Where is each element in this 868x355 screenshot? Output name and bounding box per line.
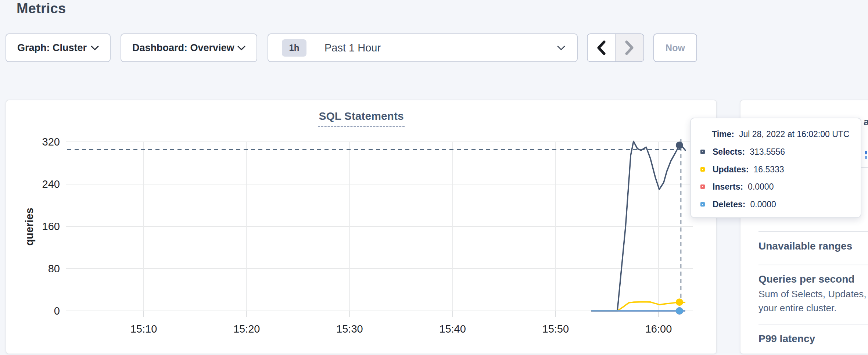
chevron-right-icon xyxy=(625,40,634,55)
chevron-down-icon xyxy=(237,46,245,50)
x-tick-label: 16:00 xyxy=(645,323,672,335)
dashboard-dropdown-label: Dashboard: Overview xyxy=(132,42,234,54)
x-tick-label: 15:10 xyxy=(130,323,157,335)
tooltip-row-label: Deletes: xyxy=(713,200,745,209)
deletes-swatch-icon xyxy=(700,202,705,207)
clipped-blue-text-fragment xyxy=(865,156,867,159)
y-tick-label: 240 xyxy=(42,178,60,190)
tooltip-row-label: Updates: xyxy=(713,165,749,175)
clipped-sidebar-text-fragment: a xyxy=(864,116,868,128)
tooltip-row-updates: Updates: 16.5333 xyxy=(691,164,861,175)
series-line-updates xyxy=(592,302,685,311)
x-tick-label: 15:50 xyxy=(542,323,569,335)
clipped-divider-fragment xyxy=(861,167,868,168)
sidebar-item-qps-description-line2: your entire cluster. xyxy=(758,302,836,314)
tooltip-time-value: Jul 28, 2022 at 16:02:00 UTC xyxy=(739,129,849,139)
tooltip-row-value: 313.5556 xyxy=(750,147,785,157)
graph-dropdown-label: Graph: Cluster xyxy=(17,42,87,54)
hover-dot-selects xyxy=(676,141,683,149)
sidebar-item-p99-latency: P99 latency xyxy=(758,333,815,345)
x-tick-label: 15:20 xyxy=(233,323,260,335)
now-button-label: Now xyxy=(666,43,685,53)
tooltip-row-deletes: Deletes: 0.0000 xyxy=(691,199,861,210)
sql-statements-chart-card: SQL Statements 08016024032015:1015:2015:… xyxy=(6,100,717,354)
sidebar-divider xyxy=(758,265,868,265)
sql-statements-chart[interactable]: 08016024032015:1015:2015:3015:4015:5016:… xyxy=(6,100,718,355)
tooltip-row-label: Inserts: xyxy=(713,182,743,192)
y-tick-label: 80 xyxy=(48,263,60,275)
hover-dot-updates xyxy=(676,298,683,306)
now-button[interactable]: Now xyxy=(653,33,697,62)
y-tick-label: 320 xyxy=(42,136,60,148)
time-range-badge: 1h xyxy=(282,39,306,57)
x-tick-label: 15:40 xyxy=(439,323,466,335)
sidebar-divider xyxy=(758,231,868,232)
y-axis-title: queries xyxy=(24,208,35,245)
tooltip-row-selects: Selects: 313.5556 xyxy=(691,146,861,157)
page-title: Metrics xyxy=(17,1,66,17)
time-window-nav xyxy=(587,33,644,62)
prev-time-window-button[interactable] xyxy=(588,34,616,61)
tooltip-time-label: Time: xyxy=(712,129,734,139)
tooltip-row-value: 0.0000 xyxy=(750,200,776,209)
chevron-left-icon xyxy=(596,40,606,55)
y-tick-label: 0 xyxy=(54,305,60,317)
next-time-window-button[interactable] xyxy=(616,34,643,61)
chart-hover-tooltip: Time: Jul 28, 2022 at 16:02:00 UTC Selec… xyxy=(690,118,861,218)
sidebar-item-unavailable-ranges: Unavailable ranges xyxy=(758,240,852,252)
tooltip-row-value: 0.0000 xyxy=(748,182,774,192)
y-tick-label: 160 xyxy=(42,220,60,232)
sidebar-item-queries-per-second: Queries per second xyxy=(758,273,854,285)
chevron-down-icon xyxy=(91,46,99,50)
tooltip-row-inserts: Inserts: 0.0000 xyxy=(691,181,861,192)
clipped-blue-text-fragment xyxy=(865,151,867,154)
dashboard-dropdown[interactable]: Dashboard: Overview xyxy=(121,33,257,62)
hover-dot-deletes xyxy=(676,307,683,315)
tooltip-row-label: Selects: xyxy=(713,147,745,157)
tooltip-time-row: Time: Jul 28, 2022 at 16:02:00 UTC xyxy=(691,129,861,140)
sidebar-item-qps-description-line1: Sum of Selects, Updates, Inser xyxy=(758,288,868,300)
selects-swatch-icon xyxy=(700,150,705,154)
x-tick-label: 15:30 xyxy=(336,323,363,335)
inserts-swatch-icon xyxy=(700,184,705,189)
time-range-label: Past 1 Hour xyxy=(324,42,557,54)
graph-dropdown[interactable]: Graph: Cluster xyxy=(6,33,111,62)
time-range-dropdown[interactable]: 1h Past 1 Hour xyxy=(268,33,578,62)
updates-swatch-icon xyxy=(700,167,705,172)
sidebar-divider xyxy=(758,324,868,324)
chevron-down-icon xyxy=(557,46,565,50)
tooltip-row-value: 16.5333 xyxy=(753,165,784,175)
